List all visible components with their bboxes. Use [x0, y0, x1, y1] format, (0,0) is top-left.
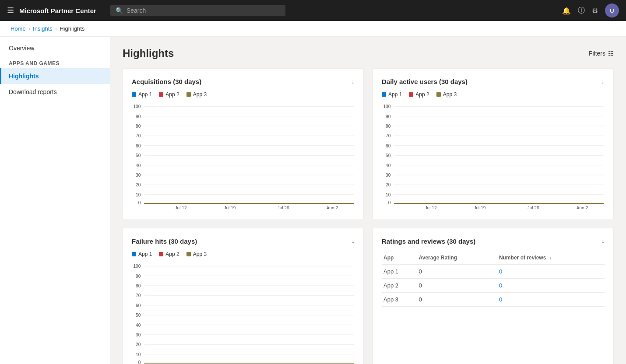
svg-text:40: 40	[386, 163, 391, 168]
table-row: App 3 0 0	[382, 293, 605, 307]
svg-text:60: 60	[136, 144, 141, 148]
notification-icon[interactable]: 🔔	[562, 7, 571, 15]
breadcrumb-insights[interactable]: Insights	[33, 25, 53, 32]
fh-legend-item-app3: App 3	[186, 251, 207, 257]
svg-text:Jul 19: Jul 19	[474, 206, 485, 209]
svg-text:0: 0	[138, 200, 141, 205]
ratings-title: Ratings and reviews (30 days)	[382, 238, 475, 245]
fh-svg: 100 90 80 70 60 50 40 30 20 10 0	[132, 262, 355, 364]
app-title: Microsoft Partner Center	[19, 7, 96, 14]
avatar[interactable]: U	[605, 4, 619, 18]
svg-text:Jul 19: Jul 19	[224, 206, 236, 209]
dau-chart: 100 90 80 70 60 50 40 30 20 10 0	[382, 102, 605, 210]
topnav-actions: 🔔 ⓘ ⚙ U	[562, 4, 619, 18]
col-num-reviews[interactable]: Number of reviews ↓	[497, 251, 605, 265]
svg-text:70: 70	[386, 133, 391, 138]
page-title: Highlights	[123, 47, 174, 60]
row2-avg-rating: 0	[417, 279, 497, 293]
fh-legend-dot-app1	[132, 252, 136, 256]
dau-legend-item-app3: App 3	[436, 91, 457, 98]
col-app: App	[382, 251, 417, 265]
legend-item-app1: App 1	[132, 91, 152, 98]
dau-legend-dot-app2	[409, 92, 413, 97]
hamburger-icon[interactable]: ☰	[7, 6, 14, 15]
filters-label: Filters	[589, 50, 605, 57]
svg-text:60: 60	[386, 144, 391, 148]
svg-text:100: 100	[133, 104, 141, 109]
svg-text:Jul 26: Jul 26	[278, 206, 289, 209]
dau-legend-label-app3: App 3	[443, 91, 457, 98]
svg-text:90: 90	[386, 114, 391, 119]
svg-text:40: 40	[136, 323, 141, 328]
fh-legend-dot-app2	[159, 252, 163, 256]
search-input[interactable]	[127, 7, 280, 14]
svg-text:70: 70	[136, 133, 141, 138]
svg-text:20: 20	[386, 182, 391, 187]
dau-legend-item-app2: App 2	[409, 91, 429, 98]
dau-legend-dot-app3	[436, 92, 441, 97]
svg-text:0: 0	[138, 360, 141, 364]
svg-text:70: 70	[136, 294, 141, 298]
row1-app: App 1	[382, 265, 417, 279]
layout: Overview Apps and games Highlights Downl…	[0, 37, 626, 364]
row1-num-reviews[interactable]: 0	[497, 265, 605, 279]
row2-num-reviews[interactable]: 0	[497, 279, 605, 293]
filters-button[interactable]: Filters ☷	[589, 50, 614, 57]
sidebar-item-overview[interactable]: Overview	[0, 40, 110, 56]
svg-text:Jul 26: Jul 26	[528, 206, 539, 209]
svg-text:10: 10	[386, 192, 391, 197]
legend-dot-app1	[132, 92, 136, 97]
dau-download-icon[interactable]: ↓	[601, 77, 605, 85]
help-icon[interactable]: ⓘ	[578, 6, 585, 15]
svg-text:10: 10	[136, 192, 141, 197]
acquisitions-svg: 100 90 80 70 60 50 40 30 20 10 0	[132, 102, 355, 209]
fh-legend-label-app1: App 1	[138, 251, 152, 257]
fh-legend-label-app3: App 3	[193, 251, 207, 257]
ratings-download-icon[interactable]: ↓	[601, 237, 605, 245]
svg-text:30: 30	[136, 173, 141, 178]
row3-num-reviews[interactable]: 0	[497, 293, 605, 307]
legend-label-app3: App 3	[193, 91, 207, 98]
failure-hits-card-header: Failure hits (30 days) ↓	[132, 237, 355, 245]
sidebar-item-highlights[interactable]: Highlights	[0, 68, 110, 84]
sort-icon: ↓	[549, 256, 552, 260]
breadcrumb: Home › Insights › Highlights	[0, 21, 626, 37]
breadcrumb-current: Highlights	[60, 25, 84, 32]
acquisitions-download-icon[interactable]: ↓	[351, 77, 355, 85]
breadcrumb-home[interactable]: Home	[11, 25, 26, 32]
acquisitions-card: Acquisitions (30 days) ↓ App 1 App 2 App…	[123, 68, 364, 219]
dau-legend: App 1 App 2 App 3	[382, 91, 605, 98]
page-header: Highlights Filters ☷	[123, 47, 614, 60]
settings-icon[interactable]: ⚙	[592, 7, 598, 15]
col-num-reviews-label: Number of reviews	[499, 255, 546, 261]
svg-text:50: 50	[386, 153, 391, 158]
ratings-card: Ratings and reviews (30 days) ↓ App Aver…	[373, 228, 614, 364]
row3-avg-rating: 0	[417, 293, 497, 307]
dau-svg: 100 90 80 70 60 50 40 30 20 10 0	[382, 102, 605, 209]
svg-text:100: 100	[133, 264, 141, 269]
dau-legend-label-app2: App 2	[415, 91, 429, 98]
svg-text:20: 20	[136, 182, 141, 187]
svg-text:Aug 2: Aug 2	[327, 206, 338, 209]
daily-active-users-card: Daily active users (30 days) ↓ App 1 App…	[373, 68, 614, 219]
fh-chart: 100 90 80 70 60 50 40 30 20 10 0	[132, 262, 355, 364]
failure-hits-download-icon[interactable]: ↓	[351, 237, 355, 245]
sidebar: Overview Apps and games Highlights Downl…	[0, 37, 110, 364]
table-row: App 1 0 0	[382, 265, 605, 279]
search-icon: 🔍	[116, 7, 123, 14]
row3-app: App 3	[382, 293, 417, 307]
acquisitions-title: Acquisitions (30 days)	[132, 78, 201, 85]
svg-text:50: 50	[136, 313, 141, 318]
svg-text:20: 20	[136, 343, 141, 347]
search-box[interactable]: 🔍	[110, 5, 285, 16]
dau-legend-label-app1: App 1	[388, 91, 402, 98]
failure-hits-title: Failure hits (30 days)	[132, 238, 197, 245]
dau-card-header: Daily active users (30 days) ↓	[382, 77, 605, 85]
acquisitions-card-header: Acquisitions (30 days) ↓	[132, 77, 355, 85]
fh-legend-dot-app3	[186, 252, 191, 256]
sidebar-item-download-reports[interactable]: Download reports	[0, 84, 110, 100]
svg-text:30: 30	[136, 332, 141, 337]
svg-text:80: 80	[136, 124, 141, 129]
fh-legend-label-app2: App 2	[165, 251, 179, 257]
svg-text:0: 0	[388, 200, 391, 205]
